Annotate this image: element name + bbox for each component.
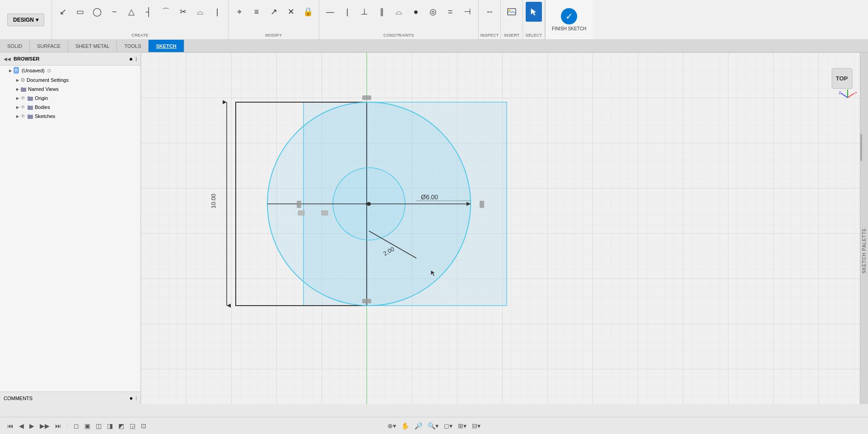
display-mode-button[interactable]: ◻▾ [442,421,454,430]
orbit-button[interactable]: ✋ [400,421,411,430]
coincident-constraint[interactable]: ● [408,2,424,22]
sketch-palette-label: SKETCH PALETTE [862,228,867,274]
tab-surface[interactable]: SURFACE [30,40,68,52]
playback-first[interactable]: ⏮ [5,421,15,430]
playback-play[interactable]: ▶ [28,421,36,430]
symmetric-constraint[interactable]: ⊣ [459,2,476,22]
measure-tool[interactable]: ↔ [481,2,498,22]
main-area: ◀◀ BROWSER ● | ▶ (Unsaved) ⊙ ▶ ⚙ Documen… [0,52,868,404]
document-settings-label: Document Settings [27,77,69,83]
concentric-constraint[interactable]: ◎ [425,2,441,22]
expand-icon: ▶ [16,78,19,82]
expand-icon: ▶ [9,69,12,73]
svg-rect-28 [297,201,301,208]
svg-rect-30 [298,211,304,215]
browser-options-button[interactable]: ● [129,55,133,62]
expand-icon: ▶ [16,105,19,109]
grid-button[interactable]: ⊞▾ [456,421,468,430]
offset-tool[interactable]: ⌓ [192,2,208,22]
inspect-label: INSPECT [480,33,499,38]
create-section: ↙ ▭ ◯ ~ △ ┤ ⌒ ✂ ⌓ | CREATE [52,0,229,39]
view-cube[interactable]: TOP X Y Z [830,66,854,91]
constraints-label: CONSTRAINTS [383,33,414,38]
frame-half3[interactable]: ◩ [117,421,126,430]
playback-next[interactable]: ▶▶ [38,421,51,430]
tab-tools[interactable]: TOOLS [117,40,149,52]
perpendicular-constraint[interactable]: ⊥ [356,2,373,22]
arc-tool[interactable]: ⌒ [158,2,174,22]
frame-half1[interactable]: ◫ [94,421,103,430]
svg-rect-31 [322,211,328,215]
frame-box[interactable]: ▣ [83,421,92,430]
bodies-label: Bodies [35,104,50,110]
fillet-tool[interactable]: ⌖ [231,2,247,22]
svg-rect-9 [28,115,33,119]
line-tool[interactable]: ↙ [55,2,71,22]
browser-title: BROWSER [14,56,39,61]
sidebar-item-named-views[interactable]: ▶ Named Views [0,85,140,94]
canvas-area[interactable]: Ø6.00 2.00 10.00 TOP [141,52,868,404]
sidebar-item-document-settings[interactable]: ▶ ⚙ Document Settings [0,75,140,85]
spline-tool[interactable]: ~ [106,2,122,22]
rectangle-tool[interactable]: ▭ [72,2,88,22]
extend-tool[interactable]: ↗ [266,2,282,22]
svg-rect-29 [480,201,484,208]
unsaved-label: (Unsaved) [22,68,45,73]
document-icon [13,67,20,74]
folder-icon [20,86,27,92]
svg-text:Ø6.00: Ø6.00 [421,193,438,201]
comments-add-button[interactable]: ● [130,395,133,401]
svg-line-38 [841,93,848,98]
browser-drag-handle[interactable]: | [135,57,137,61]
horizontal-constraint[interactable]: — [322,2,338,22]
home-view-button[interactable]: ⊕▾ [386,421,398,430]
parallel-constraint[interactable]: ∥ [373,2,390,22]
vertical-constraint[interactable]: | [339,2,355,22]
break-tool[interactable]: ✕ [283,2,299,22]
svg-line-34 [848,93,854,98]
sketch-palette-panel[interactable]: SKETCH PALETTE [860,52,868,404]
tab-sketch[interactable]: SKETCH [149,40,184,52]
insert-label: INSERT [504,33,520,38]
browser-collapse-button[interactable]: ◀◀ [4,57,11,61]
trim-modify-tool[interactable]: ≡ [248,2,265,22]
frame-corner[interactable]: ◲ [128,421,137,430]
tab-bar: SOLID SURFACE SHEET METAL TOOLS SKETCH [0,40,868,52]
environment-button[interactable]: ⊟▾ [470,421,482,430]
svg-rect-6 [21,88,26,92]
origin-label: Origin [35,95,48,101]
pan-button[interactable]: 🔎 [413,421,424,430]
frame-custom[interactable]: ⊡ [139,421,148,430]
modify-label: MODIFY [266,33,282,38]
mirror-tool[interactable]: | [209,2,225,22]
expand-icon: ▶ [16,114,19,118]
inspect-section: ↔ INSPECT [479,0,501,39]
trim-tool[interactable]: ✂ [175,2,191,22]
equal-constraint[interactable]: = [442,2,458,22]
view-tools: ⊕▾ ✋ 🔎 🔍▾ ◻▾ ⊞▾ ⊟▾ [386,421,482,430]
polygon-tool[interactable]: △ [123,2,140,22]
finish-sketch-label: FINISH SKETCH [552,26,586,31]
playback-prev[interactable]: ◀ [17,421,26,430]
lock-tool[interactable]: 🔒 [300,2,316,22]
tangent-constraint[interactable]: ⌓ [391,2,407,22]
design-button[interactable]: DESIGN ▾ [7,14,44,26]
playback-last[interactable]: ⏭ [53,421,63,430]
frame-select[interactable]: ◻ [72,421,81,430]
bottom-bar: ⏮ ◀ ▶ ▶▶ ⏭ | ◻ ▣ ◫ ◨ ◩ ◲ ⊡ ⊕▾ ✋ 🔎 🔍▾ ◻▾ … [0,417,868,434]
sidebar-item-sketches[interactable]: ▶ 👁 Sketches [0,112,140,121]
frame-half2[interactable]: ◨ [105,421,115,430]
zoom-button[interactable]: 🔍▾ [426,421,440,430]
circle-tool[interactable]: ◯ [89,2,105,22]
finish-sketch-button[interactable]: ✓ FINISH SKETCH [545,0,593,39]
insert-image-tool[interactable] [504,2,520,22]
slot-tool[interactable]: ┤ [140,2,157,22]
sidebar-item-origin[interactable]: ▶ 👁 Origin [0,94,140,103]
tab-sheet-metal[interactable]: SHEET METAL [68,40,117,52]
tab-solid[interactable]: SOLID [0,40,30,52]
select-tool[interactable] [526,2,542,22]
sidebar-bottom: COMMENTS ● | [0,392,140,404]
sidebar-item-unsaved[interactable]: ▶ (Unsaved) ⊙ [0,66,140,75]
sidebar-item-bodies[interactable]: ▶ 👁 Bodies [0,103,140,112]
folder-icon [27,113,33,119]
